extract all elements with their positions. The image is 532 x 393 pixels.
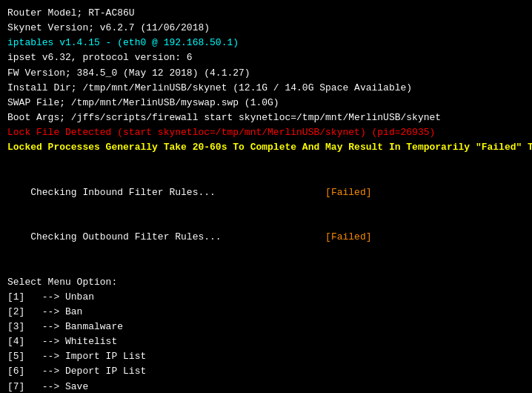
line-menu-1: [1] --> Unban — [7, 290, 525, 305]
outbound-label: Checking Outbound Filter Rules... — [30, 231, 325, 242]
line-iptables: iptables v1.4.15 - (eth0 @ 192.168.50.1) — [7, 36, 525, 50]
line-menu-3: [3] --> Banmalware — [7, 320, 525, 334]
line-menu-7: [7] --> Save — [7, 380, 525, 393]
line-blank-2 — [7, 260, 525, 274]
line-boot-args: Boot Args; /jffs/scripts/firewall start … — [7, 110, 525, 125]
inbound-label: Checking Inbound Filter Rules... — [30, 187, 325, 198]
line-ipset: ipset v6.32, protocol version: 6 — [7, 50, 525, 65]
terminal-output: Router Model; RT-AC86U Skynet Version; v… — [7, 6, 525, 393]
inbound-status: [Failed] — [325, 187, 371, 198]
line-inbound-check: Checking Inbound Filter Rules... [Failed… — [7, 171, 525, 215]
line-blank-1 — [7, 155, 525, 170]
line-menu-6: [6] --> Deport IP List — [7, 364, 525, 379]
line-select-menu: Select Menu Option: — [7, 275, 525, 290]
line-swap-file: SWAP File; /tmp/mnt/MerlinUSB/myswap.swp… — [7, 96, 525, 110]
line-menu-2: [2] --> Ban — [7, 305, 525, 320]
line-lock-file: Lock File Detected (start skynetloc=/tmp… — [7, 125, 525, 140]
line-menu-4: [4] --> Whitelist — [7, 334, 525, 349]
line-menu-5: [5] --> Import IP List — [7, 349, 525, 364]
line-fw-version: FW Version; 384.5_0 (May 12 2018) (4.1.2… — [7, 66, 525, 81]
outbound-status: [Failed] — [325, 231, 371, 242]
line-outbound-check: Checking Outbound Filter Rules... [Faile… — [7, 215, 525, 260]
line-router-model: Router Model; RT-AC86U — [7, 6, 525, 21]
line-skynet-version: Skynet Version; v6.2.7 (11/06/2018) — [7, 21, 525, 36]
line-warning: Locked Processes Generally Take 20-60s T… — [7, 140, 525, 155]
line-install-dir: Install Dir; /tmp/mnt/MerlinUSB/skynet (… — [7, 81, 525, 96]
